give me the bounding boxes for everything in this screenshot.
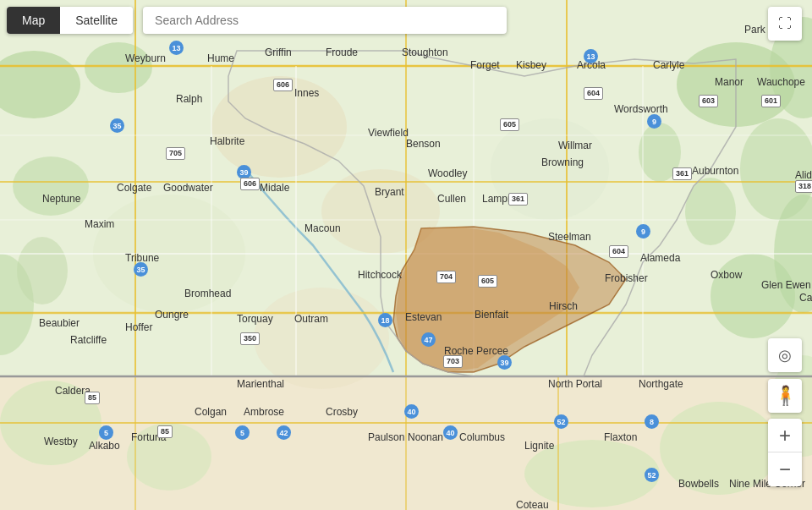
svg-point-3	[85, 42, 152, 93]
satellite-tab-button[interactable]: Satellite	[60, 7, 133, 34]
highway-shield: 13	[169, 41, 184, 55]
highway-shield: 601	[761, 95, 781, 107]
highway-shield: 47	[421, 332, 436, 347]
highway-shield: 9	[636, 224, 650, 239]
highway-shield: 52	[554, 414, 568, 429]
highway-shield: 361	[672, 167, 692, 180]
zoom-in-button[interactable]: +	[768, 419, 802, 452]
highway-shield: 85	[157, 425, 173, 438]
highway-shield: 605	[500, 118, 519, 131]
map-container: WeyburnHumeGriffinFroudeStoughtonForgetK…	[0, 0, 812, 510]
highway-shield: 606	[273, 79, 293, 91]
map-tab-button[interactable]: Map	[7, 7, 60, 34]
highway-shield: 704	[436, 271, 456, 283]
pegman-icon: 🧍	[774, 385, 797, 407]
highway-shield: 40	[404, 404, 419, 419]
highway-shield: 52	[645, 468, 659, 482]
highway-shield: 40	[443, 425, 458, 440]
highway-shield: 35	[110, 118, 124, 133]
map-satellite-toggle: Map Satellite	[7, 7, 133, 34]
highway-shield: 606	[240, 178, 260, 190]
pegman-button[interactable]: 🧍	[768, 379, 802, 413]
highway-shield: 705	[166, 147, 185, 160]
svg-point-19	[211, 76, 347, 178]
svg-point-17	[660, 402, 778, 495]
svg-point-16	[524, 440, 660, 507]
highway-shield: 603	[699, 95, 718, 107]
highway-shield: 39	[497, 355, 512, 370]
highway-shield: 605	[478, 275, 497, 288]
highway-shield: 604	[584, 87, 603, 100]
svg-point-13	[17, 237, 68, 304]
highway-shield: 35	[134, 262, 148, 277]
highway-shield: 13	[584, 49, 598, 63]
svg-point-11	[13, 156, 89, 216]
zoom-out-button[interactable]: −	[768, 452, 802, 486]
search-input[interactable]	[143, 7, 507, 34]
highway-shield: 361	[508, 193, 528, 206]
svg-point-22	[254, 288, 389, 389]
fullscreen-button[interactable]: ⛶	[768, 7, 802, 41]
highway-shield: 18	[378, 313, 392, 327]
highway-shield: 9	[647, 114, 661, 129]
highway-shield: 604	[609, 245, 628, 258]
highway-shield: 318	[795, 180, 812, 193]
location-icon: ◎	[778, 346, 792, 365]
zoom-controls: + −	[768, 419, 802, 486]
highway-shield: 350	[240, 332, 260, 345]
highway-shield: 85	[85, 392, 100, 404]
highway-shield: 42	[277, 425, 291, 440]
map-canvas	[0, 0, 812, 510]
highway-shield: 703	[443, 355, 463, 368]
fullscreen-icon: ⛶	[778, 16, 792, 31]
top-controls: Map Satellite	[7, 7, 507, 34]
highway-shield: 5	[235, 425, 250, 440]
location-button[interactable]: ◎	[768, 338, 802, 372]
highway-shield: 8	[645, 414, 659, 429]
highway-shield: 5	[99, 425, 113, 440]
